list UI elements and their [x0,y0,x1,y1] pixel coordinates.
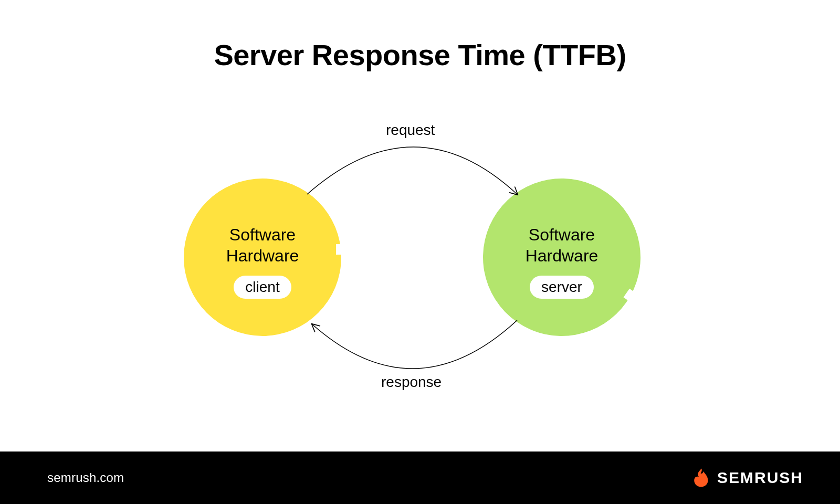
brand-fire-icon [688,467,710,489]
client-line2: Hardware [226,245,299,266]
footer-bar: semrush.com SEMRUSH [0,452,840,504]
request-label: request [386,122,435,139]
brand-name: SEMRUSH [717,469,803,487]
server-line2: Hardware [526,245,598,266]
response-label: response [381,374,442,391]
server-node: Software Hardware server [483,178,640,336]
diagram-stage: Server Response Time (TTFB) [0,0,840,504]
server-pill: server [530,276,594,299]
client-node: Software Hardware client [184,178,341,336]
footer-site: semrush.com [47,470,124,485]
client-line1: Software [226,224,299,245]
server-line1: Software [526,224,598,245]
brand: SEMRUSH [688,467,803,489]
client-pill: client [234,276,291,299]
